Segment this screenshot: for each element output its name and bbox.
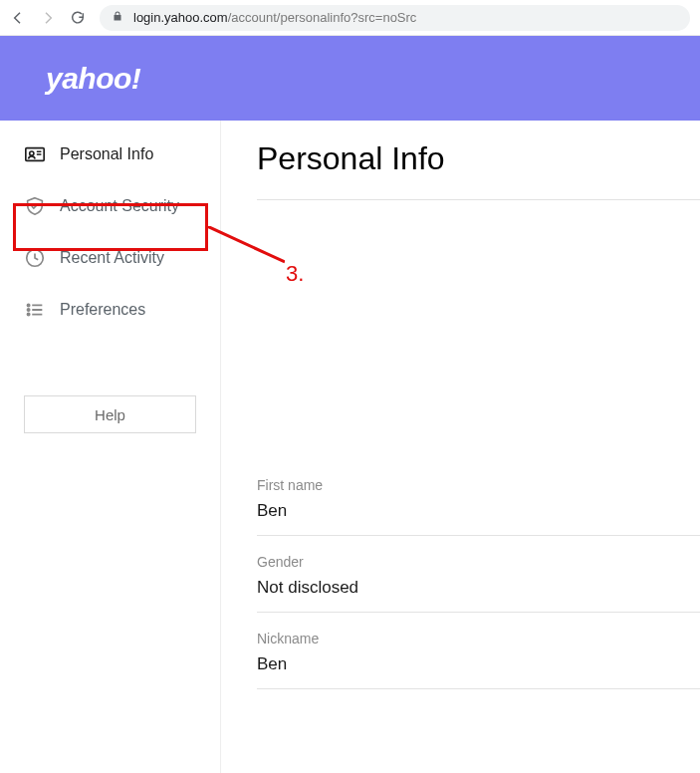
field-value: Not disclosed xyxy=(257,578,700,598)
sidebar-item-account-security[interactable]: Account Security xyxy=(0,180,220,232)
sidebar-item-label: Account Security xyxy=(60,197,179,215)
sidebar-item-label: Personal Info xyxy=(60,145,153,163)
page-header: yahoo! xyxy=(0,36,700,121)
main-content: Personal Info First name Ben Gender Not … xyxy=(221,121,700,773)
field-first-name[interactable]: First name Ben xyxy=(257,459,700,536)
field-nickname[interactable]: Nickname Ben xyxy=(257,613,700,689)
clock-icon xyxy=(24,247,46,269)
reload-button[interactable] xyxy=(70,10,86,26)
address-bar[interactable]: login.yahoo.com/account/personalinfo?src… xyxy=(100,5,690,31)
yahoo-logo[interactable]: yahoo! xyxy=(46,62,140,96)
sidebar-item-recent-activity[interactable]: Recent Activity xyxy=(0,232,220,284)
list-icon xyxy=(24,299,46,321)
page-title: Personal Info xyxy=(257,140,700,177)
field-label: Nickname xyxy=(257,631,700,646)
shield-check-icon xyxy=(24,195,46,217)
svg-point-5 xyxy=(27,313,29,315)
svg-point-1 xyxy=(30,151,34,155)
sidebar-item-label: Recent Activity xyxy=(60,249,164,267)
sidebar-item-preferences[interactable]: Preferences xyxy=(0,284,220,336)
help-button[interactable]: Help xyxy=(24,395,196,433)
field-value: Ben xyxy=(257,501,700,521)
lock-icon xyxy=(112,10,123,25)
field-value: Ben xyxy=(257,654,700,674)
svg-point-3 xyxy=(27,304,29,306)
field-gender[interactable]: Gender Not disclosed xyxy=(257,536,700,613)
svg-point-4 xyxy=(27,309,29,311)
sidebar: Personal Info Account Security Recent Ac… xyxy=(0,121,221,773)
field-label: Gender xyxy=(257,554,700,570)
sidebar-item-label: Preferences xyxy=(60,301,145,319)
id-card-icon xyxy=(24,143,46,165)
divider xyxy=(257,199,700,200)
back-button[interactable] xyxy=(10,10,26,26)
field-label: First name xyxy=(257,477,700,493)
browser-toolbar: login.yahoo.com/account/personalinfo?src… xyxy=(0,0,700,36)
url-text: login.yahoo.com/account/personalinfo?src… xyxy=(133,10,416,25)
forward-button[interactable] xyxy=(40,10,56,26)
sidebar-item-personal-info[interactable]: Personal Info xyxy=(0,129,220,180)
